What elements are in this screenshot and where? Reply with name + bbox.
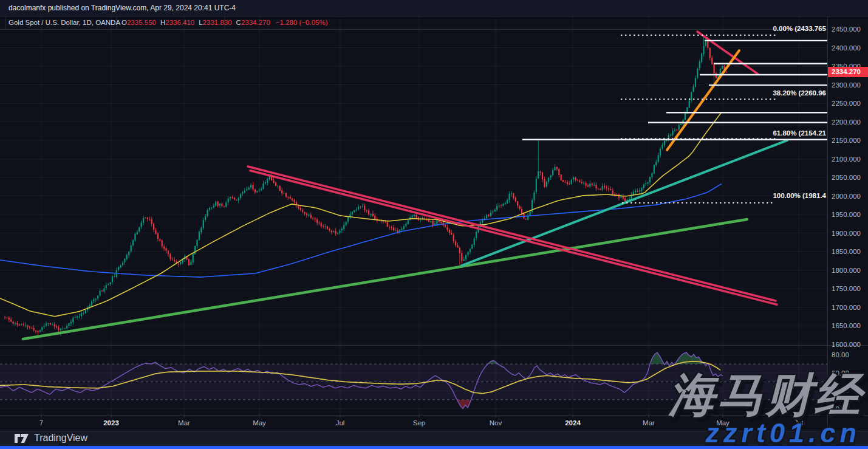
price-axis-label: 2400.000 <box>832 44 861 52</box>
fib-level-label: 38.20% (2260.96 <box>773 89 826 97</box>
last-price-badge: 2334.270 <box>828 67 868 77</box>
price-axis-label: 1600.000 <box>832 340 861 349</box>
price-axis-label: 2200.000 <box>832 118 861 126</box>
fib-level-label: 100.00% (1981.4 <box>773 191 826 200</box>
watermark-chinese: 海马财经 <box>669 372 863 418</box>
time-axis-label: Jul <box>336 419 345 427</box>
fib-level-label: 61.80% (2154.21 <box>773 129 826 137</box>
tradingview-icon <box>15 433 29 444</box>
price-axis-label: 2300.000 <box>832 81 861 89</box>
price-axis-label: 2050.000 <box>832 173 861 182</box>
tradingview-logo-link[interactable]: TradingView <box>15 433 87 444</box>
price-axis-label: 1850.000 <box>832 247 861 256</box>
fib-level-label: 0.00% (2433.765 <box>773 24 826 33</box>
price-axis-label: 2150.000 <box>832 136 861 145</box>
time-axis-label: Nov <box>490 419 502 427</box>
price-axis-label: 1800.000 <box>832 266 861 275</box>
time-axis-label: May <box>253 419 266 427</box>
symbol-title[interactable]: Gold Spot / U.S. Dollar, 1D, OANDA <box>9 16 120 29</box>
main-chart-pane[interactable] <box>0 16 827 345</box>
tradingview-brand-text: TradingView <box>34 433 87 444</box>
tradingview-snapshot: dacolmanfx published on TradingView.com,… <box>0 0 868 449</box>
publish-text: dacolmanfx published on TradingView.com,… <box>9 4 236 12</box>
high-label: H <box>160 19 165 26</box>
price-axis-label: 1900.000 <box>832 229 861 238</box>
ohlc-readout: O2335.550H2336.410L2331.830C2334.270−1.2… <box>121 16 328 29</box>
price-axis-label: 1650.000 <box>832 321 861 330</box>
price-axis-label: 2450.000 <box>832 25 861 33</box>
time-axis-label: Sep <box>413 419 425 427</box>
open-label: O <box>121 19 127 26</box>
time-axis-label: 2023 <box>103 419 119 427</box>
time-axis-label: 7 <box>39 419 43 427</box>
price-axis-label: 2250.000 <box>832 99 861 108</box>
price-axis-label: 1750.000 <box>832 284 861 293</box>
time-axis-label: Mar <box>178 419 190 427</box>
price-axis-label: 2000.000 <box>832 192 861 201</box>
high-value: 2336.410 <box>165 19 194 26</box>
time-axis-label: 2024 <box>565 419 581 427</box>
time-axis-label: Mar <box>643 419 655 427</box>
watermark-url: zzrt01.cn <box>705 419 861 447</box>
price-axis-label: 2100.000 <box>832 155 861 163</box>
close-value: 2334.270 <box>241 19 270 26</box>
publish-bar: dacolmanfx published on TradingView.com,… <box>0 0 868 16</box>
rsi-axis-label: 80.00 <box>832 351 849 359</box>
price-axis-label: 1700.000 <box>832 303 861 312</box>
low-value: 2331.830 <box>203 19 232 26</box>
close-label: C <box>236 19 241 26</box>
price-axis-label: 1950.000 <box>832 210 861 219</box>
change-value: −1.280 (−0.05%) <box>276 19 328 26</box>
open-value: 2335.550 <box>127 19 156 26</box>
